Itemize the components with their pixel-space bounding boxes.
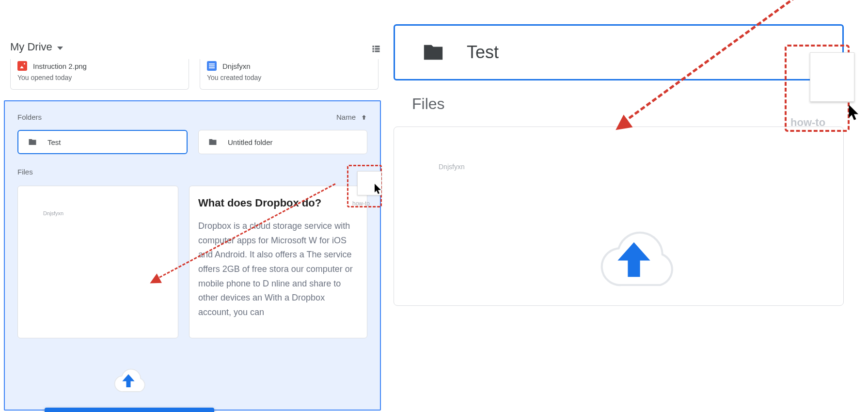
cloud-upload-icon [583,224,685,292]
folders-section-label: Folders [17,113,42,121]
recent-file-card[interactable]: Instruction 2.png You opened today [10,59,189,90]
folder-icon [207,138,218,146]
breadcrumb[interactable]: My Drive [10,41,63,53]
drive-right-panel: Test Files Dnjsfyxn how-to [386,24,863,412]
recent-file-card[interactable]: Dnjsfyxn You created today [200,59,379,90]
file-tile[interactable]: Dnjsfyxn [17,186,178,338]
image-file-icon [17,61,27,71]
recent-file-title: Dnjsfyxn [222,62,251,70]
file-tile[interactable]: Dnjsfyxn [394,127,844,306]
list-view-icon[interactable] [371,44,381,53]
sort-label: Name [336,113,356,121]
sort-toggle[interactable]: Name [336,113,367,121]
folder-card[interactable]: Untitled folder [198,130,367,154]
recent-file-sub: You opened today [17,74,182,81]
folder-name: Test [467,42,499,63]
drive-drop-zone[interactable]: Folders Name Test Untitled folder [4,100,381,411]
file-tile[interactable]: What does Dropbox do? Dropbox is a cloud… [189,186,367,338]
file-preview-body: Dropbox is a cloud storage service with … [198,219,358,320]
cloud-upload-icon [107,365,150,395]
folder-icon [419,41,447,63]
folder-name: Untitled folder [228,138,273,146]
recent-files-row: Instruction 2.png You opened today Dnjsf… [10,59,379,90]
doc-file-icon [207,61,217,71]
drive-left-panel: My Drive Instruction 2.png You opened to… [3,0,384,412]
recent-file-title: Instruction 2.png [33,62,87,70]
file-preview-ghost: Dnjsfyxn [439,163,465,171]
folder-icon [27,138,38,146]
upload-destination-toast: Drop files to upload them instantly to: … [45,408,214,412]
folder-name: Test [47,138,61,146]
breadcrumb-label: My Drive [10,41,52,53]
file-preview-ghost: Dnjsfyxn [43,210,63,216]
caret-down-icon [57,47,63,50]
recent-file-sub: You created today [207,74,371,81]
arrow-up-icon [361,114,367,121]
folder-card[interactable]: Test [17,130,188,154]
file-preview-heading: What does Dropbox do? [198,197,358,209]
folder-card[interactable]: Test [394,24,844,80]
files-section-label: Files [17,168,367,176]
